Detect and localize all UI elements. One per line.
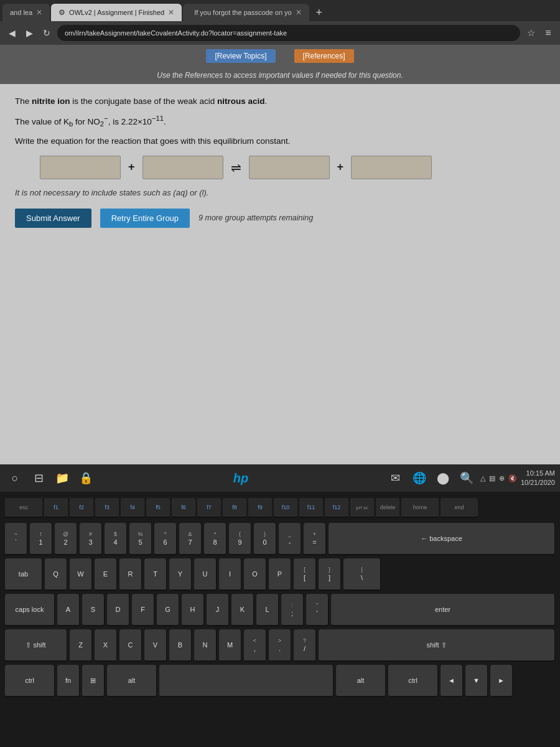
2-key[interactable]: @2: [55, 523, 77, 555]
x-key[interactable]: X: [95, 629, 117, 662]
quote-key[interactable]: "': [306, 594, 329, 626]
9-key[interactable]: (9: [229, 523, 251, 555]
f11-key[interactable]: f11: [299, 498, 323, 518]
backslash-key[interactable]: |\: [343, 558, 381, 591]
left-alt-key[interactable]: alt: [107, 665, 157, 697]
3-key[interactable]: #3: [80, 523, 102, 555]
tab-and-lea[interactable]: and lea ✕: [2, 4, 50, 21]
f5-key[interactable]: f5: [146, 498, 170, 518]
z-key[interactable]: Z: [70, 629, 92, 662]
delete-key[interactable]: delete: [376, 498, 399, 518]
period-key[interactable]: >.: [269, 629, 291, 662]
b-key[interactable]: B: [169, 629, 192, 662]
new-tab-button[interactable]: +: [310, 4, 328, 21]
f9-key[interactable]: f9: [248, 498, 272, 518]
c-key[interactable]: C: [119, 629, 142, 662]
esc-key[interactable]: esc: [5, 498, 42, 518]
backspace-key[interactable]: ← backspace: [329, 523, 555, 555]
prt-sc-key[interactable]: prt sc: [350, 498, 374, 518]
right-shift-key[interactable]: shift ⇧: [319, 629, 555, 662]
tab-key[interactable]: tab: [5, 558, 42, 591]
right-alt-key[interactable]: alt: [336, 665, 386, 697]
taskbar-folder-icon[interactable]: 📁: [52, 468, 72, 488]
enter-key[interactable]: enter: [331, 594, 555, 626]
forward-button[interactable]: ▶: [22, 26, 36, 40]
d-key[interactable]: D: [107, 594, 129, 626]
fn-key[interactable]: fn: [57, 665, 80, 697]
browser-menu-icon[interactable]: ≡: [541, 26, 555, 40]
u-key[interactable]: U: [194, 558, 217, 591]
k-key[interactable]: K: [231, 594, 254, 626]
rbracket-key[interactable]: }]: [319, 558, 341, 591]
f6-key[interactable]: f6: [172, 498, 195, 518]
home-key[interactable]: home: [401, 498, 439, 518]
comma-key[interactable]: <,: [244, 629, 266, 662]
f12-key[interactable]: f12: [325, 498, 348, 518]
submit-answer-button[interactable]: Submit Answer: [15, 209, 91, 228]
taskbar-browser-icon[interactable]: 🌐: [409, 468, 429, 488]
taskbar-app-icon[interactable]: ⬤: [433, 468, 453, 488]
left-arrow-key[interactable]: ◄: [441, 665, 463, 697]
r-key[interactable]: R: [119, 558, 142, 591]
equation-input-2[interactable]: [142, 156, 223, 179]
right-ctrl-key[interactable]: ctrl: [388, 665, 438, 697]
references-button[interactable]: [References]: [294, 49, 354, 63]
j-key[interactable]: J: [207, 594, 229, 626]
h-key[interactable]: H: [182, 594, 204, 626]
w-key[interactable]: W: [70, 558, 92, 591]
tab-close-icon[interactable]: ✕: [296, 8, 302, 17]
7-key[interactable]: &7: [179, 523, 202, 555]
down-arrow-key[interactable]: ▼: [465, 665, 488, 697]
m-key[interactable]: M: [219, 629, 241, 662]
retry-entire-group-button[interactable]: Retry Entire Group: [100, 209, 190, 228]
f2-key[interactable]: f2: [70, 498, 93, 518]
tab-owlv2[interactable]: ⚙ OWLv2 | Assignment | Finished ✕: [51, 4, 182, 21]
f-key[interactable]: F: [132, 594, 154, 626]
spacebar-key[interactable]: [159, 665, 334, 697]
f8-key[interactable]: f8: [223, 498, 246, 518]
t-key[interactable]: T: [144, 558, 167, 591]
left-shift-key[interactable]: ⇧ shift: [5, 629, 67, 662]
semicolon-key[interactable]: :;: [281, 594, 304, 626]
a-key[interactable]: A: [57, 594, 80, 626]
slash-key[interactable]: ?/: [294, 629, 316, 662]
refresh-button[interactable]: ↻: [40, 26, 54, 40]
caps-lock-key[interactable]: caps lock: [5, 594, 55, 626]
minus-key[interactable]: _-: [279, 523, 301, 555]
right-arrow-key[interactable]: ►: [490, 665, 513, 697]
equation-input-4[interactable]: [351, 156, 432, 179]
f4-key[interactable]: f4: [121, 498, 144, 518]
tab-passcode[interactable]: If you forgot the passcode on yo ✕: [183, 4, 309, 21]
p-key[interactable]: P: [269, 558, 291, 591]
v-key[interactable]: V: [144, 629, 167, 662]
l-key[interactable]: L: [256, 594, 279, 626]
o-key[interactable]: O: [244, 558, 266, 591]
tab-close-icon[interactable]: ✕: [36, 8, 42, 17]
f3-key[interactable]: f3: [95, 498, 119, 518]
0-key[interactable]: )0: [254, 523, 276, 555]
bookmark-icon[interactable]: ☆: [524, 26, 538, 40]
5-key[interactable]: %5: [129, 523, 152, 555]
1-key[interactable]: !1: [30, 523, 52, 555]
f1-key[interactable]: f1: [44, 498, 68, 518]
taskbar-search-icon[interactable]: ○: [5, 468, 25, 488]
taskbar-window-icon[interactable]: ⊟: [29, 468, 49, 488]
y-key[interactable]: Y: [169, 558, 192, 591]
equation-input-3[interactable]: [249, 156, 330, 179]
end-key[interactable]: end: [441, 498, 478, 518]
taskbar-search2-icon[interactable]: 🔍: [457, 468, 477, 488]
6-key[interactable]: ^6: [154, 523, 177, 555]
tilde-key[interactable]: ~`: [5, 523, 27, 555]
taskbar-lock-icon[interactable]: 🔒: [76, 468, 96, 488]
q-key[interactable]: Q: [45, 558, 67, 591]
f7-key[interactable]: f7: [197, 498, 221, 518]
s-key[interactable]: S: [82, 594, 105, 626]
equals-key[interactable]: +=: [304, 523, 326, 555]
taskbar-mail-icon[interactable]: ✉: [386, 468, 406, 488]
8-key[interactable]: *8: [204, 523, 226, 555]
4-key[interactable]: $4: [105, 523, 127, 555]
address-bar[interactable]: om/ilrn/takeAssignment/takeCovalentActiv…: [57, 25, 520, 41]
i-key[interactable]: I: [219, 558, 241, 591]
e-key[interactable]: E: [95, 558, 117, 591]
win-key[interactable]: ⊞: [82, 665, 105, 697]
